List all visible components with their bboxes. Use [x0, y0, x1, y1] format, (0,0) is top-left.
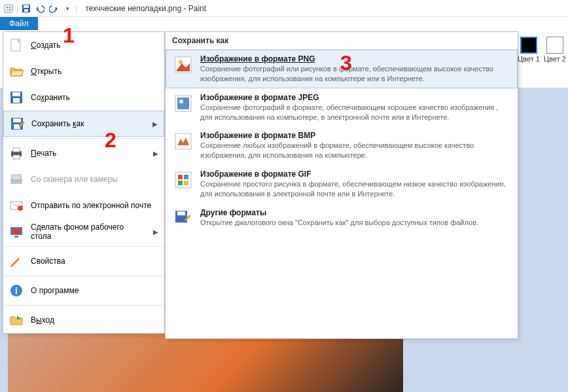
- menu-label: Сохранить: [31, 93, 159, 102]
- svg-rect-34: [178, 175, 183, 179]
- props-icon: [9, 253, 24, 269]
- exit-icon: [9, 312, 24, 328]
- svg-rect-39: [177, 211, 185, 215]
- title-bar: | ▾ | техчческие неполадки.png - Paint: [0, 0, 568, 17]
- annotation-2: 2: [105, 128, 116, 152]
- svg-rect-24: [14, 236, 18, 238]
- menu-label: Отправить по электронной почте: [31, 201, 159, 210]
- svg-rect-32: [175, 134, 191, 149]
- jpeg-icon: [173, 93, 194, 114]
- svg-rect-33: [175, 172, 191, 188]
- chevron-right-icon: ▶: [152, 150, 159, 157]
- menu-item-about[interactable]: iО программе: [3, 277, 164, 304]
- svg-rect-30: [177, 98, 189, 109]
- wallpaper-icon: [9, 224, 24, 240]
- menu-item-exit[interactable]: Выход: [3, 307, 164, 333]
- menu-label: О программе: [31, 286, 159, 295]
- email-icon: [9, 198, 24, 213]
- new-icon: [9, 37, 24, 53]
- menu-item-wallpaper[interactable]: Сделать фоном рабочего стола▶: [3, 219, 164, 245]
- format-desc: Сохранение любых изображений в формате, …: [200, 141, 510, 160]
- bmp-icon: [173, 131, 194, 152]
- format-bmp[interactable]: Изображение в формате BMPСохранение любы…: [166, 126, 518, 165]
- menu-item-print[interactable]: Печать▶: [3, 140, 164, 166]
- menu-label: Создать: [31, 41, 159, 50]
- menu-label: Открыть: [31, 67, 159, 76]
- window-title: техчческие неполадки.png - Paint: [85, 4, 206, 13]
- svg-point-3: [7, 9, 9, 10]
- format-desc: Открытие диалогового окна "Сохранить как…: [200, 218, 510, 228]
- menu-item-open[interactable]: Открыть: [3, 58, 164, 84]
- svg-rect-17: [13, 155, 20, 159]
- chevron-right-icon: ▶: [152, 228, 159, 236]
- format-desc: Сохранение простого рисунка в формате, о…: [200, 179, 510, 199]
- svg-point-2: [9, 6, 11, 8]
- svg-rect-13: [13, 118, 21, 122]
- file-menu: СоздатьОткрытьСохранитьСохранить как▶Печ…: [3, 31, 165, 334]
- file-tab[interactable]: Файл: [0, 17, 38, 30]
- svg-text:i: i: [15, 286, 18, 296]
- undo-icon[interactable]: [34, 3, 46, 14]
- svg-rect-23: [12, 228, 21, 234]
- app-icon: [3, 3, 14, 14]
- svg-rect-37: [184, 181, 188, 185]
- svg-point-1: [7, 6, 9, 8]
- svg-point-4: [9, 9, 11, 10]
- svg-rect-35: [184, 175, 188, 179]
- png-icon: [173, 54, 194, 75]
- svg-rect-16: [13, 148, 20, 152]
- menu-item-save[interactable]: Сохранить: [3, 84, 164, 111]
- svg-rect-6: [24, 5, 29, 8]
- color-wells: Цвет 1 Цвет 2: [516, 35, 568, 64]
- submenu-header: Сохранить как: [166, 32, 518, 50]
- menu-label: Со сканера или камеры: [31, 175, 159, 184]
- menu-label: Свойства: [31, 257, 159, 266]
- svg-rect-7: [24, 9, 28, 12]
- svg-point-31: [179, 99, 183, 103]
- format-title: Изображение в формате BMP: [200, 131, 510, 140]
- menu-item-scanner: Со сканера или камеры: [3, 166, 164, 192]
- saveas-submenu: Сохранить как Изображение в формате PNGС…: [165, 31, 518, 339]
- color-1[interactable]: Цвет 1: [516, 35, 542, 64]
- format-title: Изображение в формате PNG: [200, 54, 510, 63]
- menu-item-props[interactable]: Свойства: [3, 248, 164, 274]
- color-2[interactable]: Цвет 2: [542, 35, 568, 64]
- qat-dropdown-icon[interactable]: ▾: [62, 3, 73, 14]
- format-title: Изображение в формате GIF: [200, 169, 510, 179]
- format-other[interactable]: Другие форматыОткрытие диалогового окна …: [166, 204, 518, 234]
- menu-item-email[interactable]: Отправить по электронной почте: [3, 192, 164, 219]
- annotation-3: 3: [340, 51, 352, 75]
- svg-rect-19: [12, 175, 21, 180]
- redo-icon[interactable]: [48, 3, 60, 14]
- save-icon[interactable]: [20, 3, 32, 14]
- other-icon: [173, 208, 194, 229]
- gif-icon: [173, 169, 194, 190]
- format-jpeg[interactable]: Изображение в формате JPEGСохранение фот…: [166, 88, 518, 127]
- format-title: Другие форматы: [200, 208, 510, 217]
- annotation-1: 1: [63, 24, 75, 48]
- save-icon: [9, 90, 24, 105]
- menu-label: Сохранить как: [31, 119, 145, 128]
- quick-access-toolbar: | ▾ |: [3, 3, 77, 14]
- color-swatch-1: [520, 37, 537, 54]
- menu-label: Печать: [31, 149, 146, 158]
- scanner-icon: [9, 171, 24, 187]
- menu-label: Выход: [31, 315, 159, 325]
- format-title: Изображение в формате JPEG: [200, 93, 510, 102]
- color-swatch-2: [546, 37, 563, 54]
- format-desc: Сохранение фотографий в формате, обеспеч…: [200, 103, 510, 122]
- open-icon: [9, 63, 24, 79]
- format-gif[interactable]: Изображение в формате GIFСохранение прос…: [166, 165, 518, 204]
- svg-rect-10: [12, 92, 20, 96]
- menu-item-saveas[interactable]: Сохранить как▶: [3, 111, 164, 137]
- svg-point-21: [18, 205, 23, 211]
- menu-item-new[interactable]: Создать: [3, 32, 164, 58]
- saveas-icon: [9, 116, 25, 132]
- svg-rect-0: [5, 5, 12, 12]
- svg-rect-11: [13, 98, 20, 103]
- about-icon: i: [9, 283, 24, 298]
- svg-rect-36: [178, 181, 183, 185]
- menu-label: Сделать фоном рабочего стола: [31, 223, 146, 241]
- format-desc: Сохранение фотографий или рисунков в фор…: [200, 64, 510, 84]
- chevron-right-icon: ▶: [152, 120, 158, 128]
